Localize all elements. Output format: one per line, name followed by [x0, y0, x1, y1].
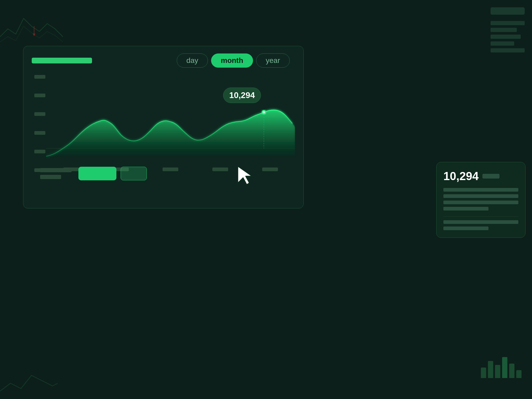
bg-vbars-bottomright — [481, 354, 522, 378]
tooltip-row-1 — [443, 188, 518, 192]
tooltip-rows-group1 — [443, 188, 518, 211]
footer-primary-button[interactable] — [78, 167, 116, 180]
y-label-3 — [34, 112, 45, 116]
tooltip-rows-group2 — [443, 220, 518, 230]
time-tabs: day month year — [177, 53, 290, 68]
chart-area: 10,294 — [32, 75, 295, 188]
footer-label-2 — [40, 175, 61, 179]
y-axis — [32, 75, 47, 172]
card-header: day month year — [32, 53, 295, 68]
tooltip-card-value: 10,294 — [443, 170, 479, 183]
tooltip-card: 10,294 — [436, 162, 525, 238]
tooltip-row-6 — [443, 227, 488, 230]
tooltip-divider — [443, 216, 518, 217]
tooltip-row-2 — [443, 194, 518, 198]
tooltip-badge — [482, 174, 499, 179]
tab-month[interactable]: month — [211, 53, 253, 68]
tooltip-row-4 — [443, 207, 488, 211]
bg-chart-topleft — [0, 3, 63, 47]
header-title-bar — [32, 58, 92, 63]
bg-chart-bottomleft — [0, 360, 58, 399]
tooltip-row-3 — [443, 201, 518, 204]
main-card: day month year — [23, 46, 304, 208]
footer-secondary-button[interactable] — [121, 167, 147, 180]
y-label-2 — [34, 94, 45, 97]
tab-year[interactable]: year — [256, 53, 290, 68]
chart-tooltip-bubble: 10,294 — [223, 88, 261, 103]
y-label-4 — [34, 131, 45, 135]
bg-right-bars — [491, 21, 525, 52]
tooltip-value-row: 10,294 — [443, 170, 518, 183]
bg-top-right-bar — [491, 7, 525, 15]
card-footer — [40, 167, 287, 180]
footer-label-1 — [40, 168, 72, 172]
tab-day[interactable]: day — [177, 53, 208, 68]
y-label-5 — [34, 150, 45, 153]
tooltip-row-5 — [443, 220, 518, 224]
tooltip-bubble-value: 10,294 — [229, 90, 255, 100]
y-label-1 — [34, 75, 45, 79]
